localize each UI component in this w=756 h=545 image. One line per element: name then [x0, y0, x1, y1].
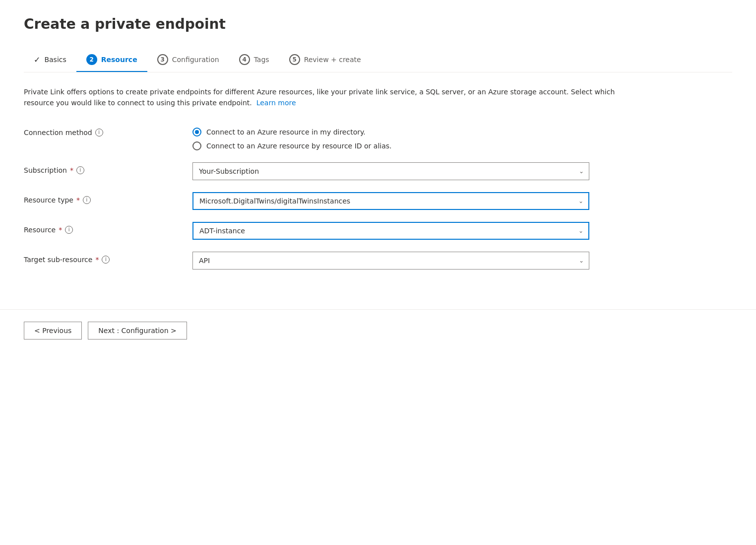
description-text: Private Link offers options to create pr…: [24, 86, 644, 109]
resource-control: ADT-instance ⌄: [192, 222, 599, 240]
target-sub-resource-required-star: *: [95, 256, 99, 264]
footer-buttons: < Previous Next : Configuration >: [0, 310, 756, 351]
resource-type-info-icon[interactable]: i: [83, 196, 91, 204]
target-sub-resource-row: Target sub-resource * i API ⌄: [24, 252, 669, 270]
step-basics-label: Basics: [44, 56, 66, 64]
resource-dropdown[interactable]: ADT-instance ⌄: [192, 222, 589, 240]
connection-method-radio-group: Connect to an Azure resource in my direc…: [192, 125, 599, 150]
connection-method-label: Connection method i: [24, 125, 192, 136]
subscription-required-star: *: [70, 166, 73, 174]
connection-method-info-icon[interactable]: i: [95, 129, 103, 136]
step-basics[interactable]: ✓ Basics: [24, 49, 76, 71]
step-review-circle: 5: [289, 54, 300, 65]
radio-option-directory[interactable]: Connect to an Azure resource in my direc…: [192, 128, 599, 136]
subscription-info-icon[interactable]: i: [76, 166, 84, 174]
resource-info-icon[interactable]: i: [65, 226, 73, 234]
target-sub-resource-value: API: [199, 257, 210, 265]
learn-more-link[interactable]: Learn more: [256, 99, 296, 107]
step-resource-circle: 2: [86, 54, 97, 65]
resource-row: Resource * i ADT-instance ⌄: [24, 222, 669, 240]
subscription-row: Subscription * i Your-Subscription ⌄: [24, 162, 669, 180]
resource-chevron-icon: ⌄: [578, 227, 583, 234]
step-review-create[interactable]: 5 Review + create: [279, 48, 371, 72]
resource-type-chevron-icon: ⌄: [578, 198, 583, 204]
step-configuration-label: Configuration: [172, 56, 219, 64]
resource-label: Resource * i: [24, 222, 192, 234]
resource-value: ADT-instance: [199, 227, 245, 235]
radio-directory-input[interactable]: [192, 128, 201, 136]
radio-option-resource-id[interactable]: Connect to an Azure resource by resource…: [192, 141, 599, 150]
step-tags[interactable]: 4 Tags: [229, 48, 279, 72]
step-resource-label: Resource: [101, 56, 137, 64]
radio-resource-id-input[interactable]: [192, 141, 201, 150]
connection-method-options: Connect to an Azure resource in my direc…: [192, 125, 599, 150]
step-configuration-circle: 3: [157, 54, 168, 65]
target-sub-resource-control: API ⌄: [192, 252, 599, 270]
resource-type-required-star: *: [76, 196, 80, 204]
resource-required-star: *: [59, 226, 62, 234]
radio-directory-label: Connect to an Azure resource in my direc…: [206, 128, 366, 136]
step-tags-label: Tags: [254, 56, 269, 64]
checkmark-icon: ✓: [34, 55, 40, 65]
subscription-dropdown[interactable]: Your-Subscription ⌄: [192, 162, 589, 180]
resource-type-label: Resource type * i: [24, 192, 192, 204]
next-button[interactable]: Next : Configuration >: [88, 322, 187, 340]
target-sub-resource-label: Target sub-resource * i: [24, 252, 192, 264]
subscription-control: Your-Subscription ⌄: [192, 162, 599, 180]
resource-type-control: Microsoft.DigitalTwins/digitalTwinsInsta…: [192, 192, 599, 210]
target-sub-resource-info-icon[interactable]: i: [102, 256, 110, 264]
connection-method-row: Connection method i Connect to an Azure …: [24, 125, 669, 150]
target-sub-resource-dropdown[interactable]: API ⌄: [192, 252, 589, 270]
steps-navigation: ✓ Basics 2 Resource 3 Configuration 4 Ta…: [24, 48, 732, 72]
resource-type-dropdown[interactable]: Microsoft.DigitalTwins/digitalTwinsInsta…: [192, 192, 589, 210]
resource-form: Connection method i Connect to an Azure …: [24, 125, 669, 270]
step-resource[interactable]: 2 Resource: [76, 48, 147, 72]
subscription-chevron-icon: ⌄: [579, 168, 584, 175]
target-sub-resource-chevron-icon: ⌄: [579, 257, 584, 264]
previous-button[interactable]: < Previous: [24, 322, 82, 340]
subscription-value: Your-Subscription: [199, 167, 259, 175]
step-review-label: Review + create: [304, 56, 361, 64]
page-title: Create a private endpoint: [24, 16, 732, 32]
radio-resource-id-label: Connect to an Azure resource by resource…: [206, 142, 392, 150]
step-configuration[interactable]: 3 Configuration: [147, 48, 229, 72]
subscription-label: Subscription * i: [24, 162, 192, 174]
resource-type-value: Microsoft.DigitalTwins/digitalTwinsInsta…: [199, 197, 350, 205]
step-tags-circle: 4: [239, 54, 250, 65]
resource-type-row: Resource type * i Microsoft.DigitalTwins…: [24, 192, 669, 210]
